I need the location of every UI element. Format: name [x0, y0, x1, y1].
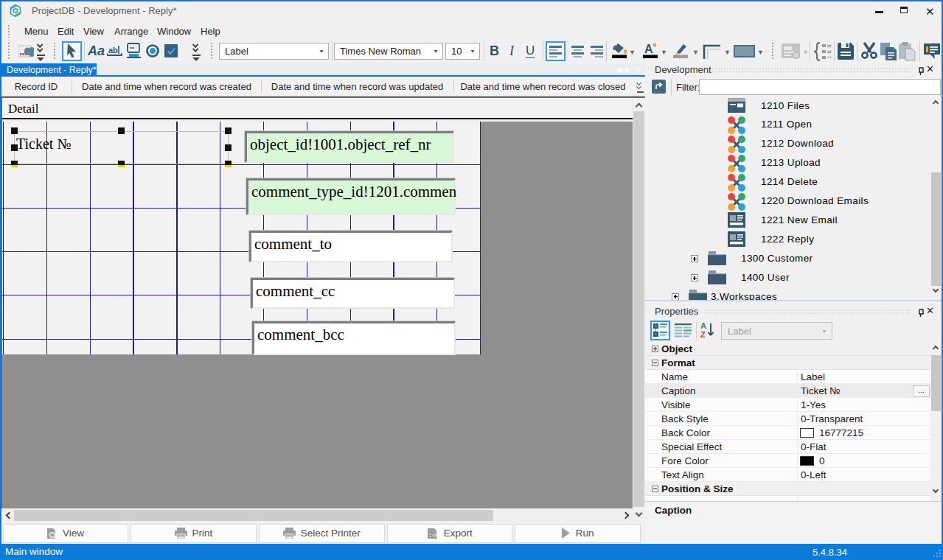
svg-text:Z: Z [700, 330, 706, 339]
svg-text:A: A [700, 321, 706, 330]
svg-text:A: A [644, 43, 653, 55]
svg-text:ab: ab [108, 46, 118, 55]
svg-text:EXP: EXP [429, 534, 436, 538]
